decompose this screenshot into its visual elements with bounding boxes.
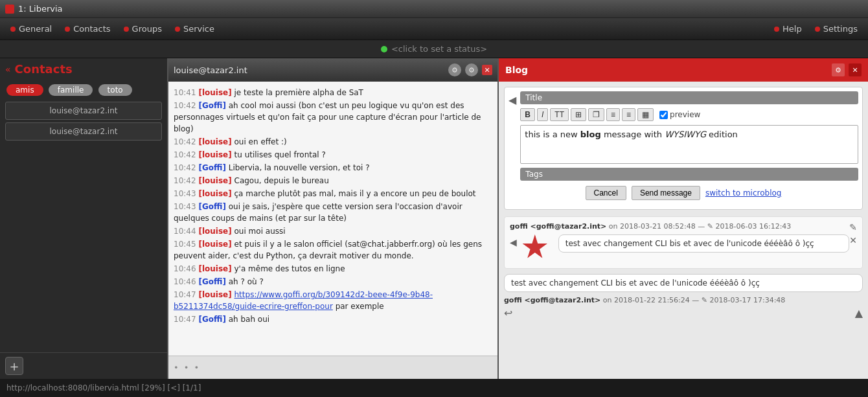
blog-delete-icon[interactable]: ✕ <box>849 235 857 245</box>
menu-service[interactable]: Service <box>168 21 221 36</box>
status-bar[interactable]: <click to set a status> <box>0 40 868 58</box>
blog-entry-2-short-text: test avec changement CLI bis et avec de … <box>511 278 760 288</box>
blog-title: Blog <box>505 65 828 75</box>
bottom-status-text: http://localhost:8080/libervia.html [29%… <box>6 383 201 392</box>
message-9: 10:44 [louise] oui moi aussi <box>174 225 492 237</box>
contact-item-1[interactable]: louise@tazar2.int <box>5 102 162 120</box>
menu-help-label: Help <box>782 24 802 34</box>
sidebar: « Contacts amis famille toto louise@taza… <box>0 58 168 379</box>
blog-entry-2-meta: goffi <goffi@tazar2.int> on 2018-01-22 2… <box>504 296 863 304</box>
menu-groups-label: Groups <box>132 24 162 34</box>
blog-reply-arrow[interactable]: ↩ <box>504 307 512 319</box>
menu-dot-general <box>10 27 16 32</box>
menu-settings[interactable]: Settings <box>808 21 864 36</box>
blog-up-arrow[interactable]: ▲ <box>855 307 863 319</box>
toolbar-italic-button[interactable]: I <box>537 108 548 121</box>
add-contact-button[interactable]: + <box>5 357 23 375</box>
message-14: 10:47 [Goffi] ah bah oui <box>174 313 492 325</box>
blog-toolbar: B I TT ⊞ ❐ ≡ ≡ ▦ preview <box>520 108 858 121</box>
toolbar-tt-button[interactable]: TT <box>550 108 569 121</box>
message-2: 10:42 [Goffi] ah cool moi aussi (bon c'e… <box>174 100 492 135</box>
chat-messages[interactable]: 10:41 [louise] je teste la première alph… <box>168 82 497 356</box>
switch-microblog-link[interactable]: switch to microblog <box>705 188 782 198</box>
group-buttons: amis famille toto <box>5 82 162 98</box>
blog-message-bubble-2: test avec changement CLI bis et avec de … <box>504 274 863 292</box>
toolbar-list2-button[interactable]: ≡ <box>622 108 635 121</box>
sidebar-content: amis famille toto louise@tazar2.int loui… <box>0 80 167 352</box>
blog-compose-area: ◀ Title B I TT ⊞ ❐ ≡ ≡ ▦ <box>504 87 863 210</box>
chat-config-icon[interactable]: ⚙ <box>465 63 478 76</box>
main-content: « Contacts amis famille toto louise@taza… <box>0 58 868 379</box>
toolbar-grid-button[interactable]: ⊞ <box>571 108 586 121</box>
message-4: 10:42 [louise] tu utilises quel frontal … <box>174 149 492 161</box>
toolbar-copy-button[interactable]: ❐ <box>588 108 604 121</box>
chat-title: louise@tazar2.int <box>174 65 444 75</box>
menu-groups[interactable]: Groups <box>117 21 168 36</box>
preview-label: preview <box>670 110 700 119</box>
blog-back-arrow[interactable]: ◀ <box>508 94 516 106</box>
chat-panel: louise@tazar2.int ⚙ ⚙ ✕ 10:41 [louise] j… <box>168 58 499 379</box>
author-avatar-starfish <box>522 234 548 260</box>
toolbar-list1-button[interactable]: ≡ <box>606 108 620 121</box>
sidebar-header: « Contacts <box>0 58 167 80</box>
message-6: 10:42 [louise] Cagou, depuis le bureau <box>174 175 492 187</box>
blog-close-icon[interactable]: ✕ <box>849 63 862 76</box>
menu-dot-contacts <box>65 27 70 32</box>
status-indicator <box>381 46 387 52</box>
menu-dot-service <box>175 27 180 32</box>
titlebar: 1: Libervia <box>0 0 868 18</box>
blog-entry-1: goffi <goffi@tazar2.int> on 2018-03-21 0… <box>504 216 863 269</box>
toolbar-table-button[interactable]: ▦ <box>637 108 654 121</box>
menu-contacts[interactable]: Contacts <box>58 21 117 36</box>
blog-editor[interactable]: this is a new blog message with WYSIWYG … <box>520 125 858 164</box>
menu-general-label: General <box>19 24 52 34</box>
blog-compose-actions: Cancel Send message switch to microblog <box>508 186 858 200</box>
chat-close-button[interactable]: ✕ <box>482 65 492 75</box>
blog-send-button[interactable]: Send message <box>632 186 700 200</box>
chat-typing-indicator: • • • <box>174 363 200 372</box>
message-10: 10:45 [louise] et puis il y a le salon o… <box>174 238 492 262</box>
group-toto[interactable]: toto <box>98 84 132 96</box>
blog-entry-edit-icons: ✎ ✕ <box>849 222 857 245</box>
menu-contacts-label: Contacts <box>73 24 110 34</box>
message-7: 10:43 [louise] ça marche plutôt pas mal,… <box>174 188 492 199</box>
sidebar-collapse-button[interactable]: « <box>5 64 11 74</box>
blog-panel: Blog ⚙ ✕ ◀ Title B I TT <box>499 58 868 379</box>
status-text: <click to set a status> <box>391 44 487 54</box>
blog-entry-1-meta: goffi <goffi@tazar2.int> on 2018-03-21 0… <box>510 222 849 231</box>
app-icon <box>5 5 14 14</box>
menu-dot-help <box>774 27 779 32</box>
window-title: 1: Libervia <box>18 4 63 14</box>
message-1: 10:41 [louise] je teste la première alph… <box>174 87 492 98</box>
menu-dot-groups <box>124 27 129 32</box>
menu-dot-settings <box>815 27 820 32</box>
group-famille[interactable]: famille <box>49 84 93 96</box>
message-11: 10:46 [louise] y'a même des tutos en lig… <box>174 263 492 275</box>
blog-edit-pencil-icon[interactable]: ✎ <box>849 222 857 233</box>
chat-input-area: • • • <box>168 356 497 379</box>
preview-checkbox[interactable] <box>659 111 668 119</box>
message-8: 10:43 [Goffi] oui je sais, j'espère que … <box>174 201 492 224</box>
menu-help[interactable]: Help <box>768 21 808 36</box>
toolbar-bold-button[interactable]: B <box>520 108 535 121</box>
preview-checkbox-area: preview <box>659 110 700 119</box>
contact-item-2[interactable]: louise@tazar2.int <box>5 122 162 141</box>
blog-header: Blog ⚙ ✕ <box>499 58 868 82</box>
message-12: 10:46 [Goffi] ah ? où ? <box>174 276 492 288</box>
blog-cancel-button[interactable]: Cancel <box>586 186 626 200</box>
sidebar-title: Contacts <box>15 62 73 76</box>
blog-entry-1-message: test avec changement CLI bis et avec de … <box>558 234 849 253</box>
chat-settings-icon[interactable]: ⚙ <box>448 63 461 76</box>
menu-service-label: Service <box>183 24 214 34</box>
group-amis[interactable]: amis <box>6 84 43 96</box>
menu-general[interactable]: General <box>4 21 58 36</box>
bottom-status-bar: http://localhost:8080/libervia.html [29%… <box>0 379 868 397</box>
sidebar-bottom: + <box>0 352 167 379</box>
blog-compose-title-bar: Title <box>520 91 858 104</box>
menubar: General Contacts Groups Service Help Set… <box>0 18 868 40</box>
blog-entry-back-arrow[interactable]: ◀ <box>510 237 517 247</box>
message-5: 10:42 [Goffi] Libervia, la nouvelle vers… <box>174 162 492 174</box>
blog-content: ◀ Title B I TT ⊞ ❐ ≡ ≡ ▦ <box>499 82 868 379</box>
blog-settings-icon[interactable]: ⚙ <box>832 63 845 76</box>
message-3: 10:42 [louise] oui en effet :) <box>174 136 492 148</box>
